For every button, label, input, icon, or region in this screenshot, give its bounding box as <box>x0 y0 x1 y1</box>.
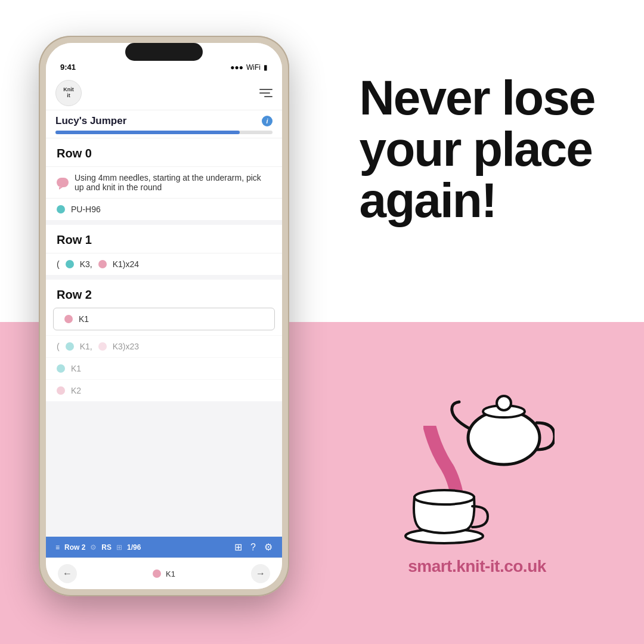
row-2-section: Row 2 K1 ( K1, K3)x23 K1 <box>46 280 282 401</box>
row-2-k3x23: K3)x23 <box>113 342 139 351</box>
headline-text: Never lose your place again! <box>360 72 595 226</box>
prev-button[interactable]: ← <box>58 564 77 583</box>
phone-notch <box>125 43 203 61</box>
menu-icon[interactable] <box>259 89 273 97</box>
row-2-k1-teal-label: K1 <box>71 364 81 373</box>
comment-bubble-icon <box>57 178 69 187</box>
row-1-section: Row 1 ( K3, K1)x24 <box>46 225 282 275</box>
nav-bottom: ← K1 → <box>46 558 282 589</box>
row-2-k1-highlighted[interactable]: K1 <box>53 308 275 330</box>
status-bottom-bar: ≡ Row 2 ⚙ RS ⊞ 1/96 ⊞ ? ⚙ <box>46 537 282 558</box>
phone-mockup: 9:41 ●●● WiFi ▮ Knitit Lucy's <box>39 36 289 596</box>
row-0-pu-label: PU-H96 <box>71 205 101 214</box>
row-2-paren: ( <box>57 342 60 351</box>
app-logo[interactable]: Knitit <box>55 80 82 106</box>
row-1-k3: K3, <box>80 259 92 269</box>
prev-arrow-icon: ← <box>63 568 72 579</box>
scroll-content[interactable]: Row 0 Using 4mm needles, starting at the… <box>46 138 282 537</box>
headline-area: Never lose your place again! <box>310 0 644 298</box>
row-2-k2-label: K2 <box>71 386 81 395</box>
help-icon[interactable]: ? <box>250 542 256 553</box>
row-2-pattern-dimmed: ( K1, K3)x23 <box>46 335 282 357</box>
teapot-illustration <box>388 390 566 545</box>
nav-current-label: K1 <box>166 569 175 578</box>
row-1-header: Row 1 <box>46 225 282 253</box>
teal-dot-k3-icon <box>66 260 74 268</box>
phone-outer: 9:41 ●●● WiFi ▮ Knitit Lucy's <box>39 36 289 596</box>
site-url: smart.knit-it.co.uk <box>408 557 546 576</box>
nav-center: K1 <box>153 569 175 578</box>
row-2-k2: K2 <box>46 379 282 401</box>
cup-svg <box>400 462 495 545</box>
next-arrow-icon: → <box>256 568 265 579</box>
phone-screen: 9:41 ●●● WiFi ▮ Knitit Lucy's <box>46 43 282 589</box>
row-0-pu: PU-H96 <box>46 198 282 220</box>
right-bottom-area: smart.knit-it.co.uk <box>310 322 644 644</box>
project-title[interactable]: Lucy's Jumper <box>55 115 126 127</box>
svg-point-2 <box>497 396 511 410</box>
bar-row-label: Row 2 <box>64 543 85 552</box>
row-1-pattern: ( K3, K1)x24 <box>46 253 282 275</box>
row-1-k1x24: K1)x24 <box>113 259 139 269</box>
pink-dot-k1-icon <box>98 260 107 268</box>
teal-dot-icon <box>57 205 65 213</box>
nav-dot-icon <box>153 569 161 578</box>
row-0-instruction: Using 4mm needles, starting at the under… <box>75 173 271 192</box>
row-0-section: Row 0 Using 4mm needles, starting at the… <box>46 138 282 220</box>
settings-icon[interactable]: ⚙ <box>264 541 273 553</box>
project-title-row: Lucy's Jumper i <box>55 115 273 127</box>
bar-right-icons: ⊞ ? ⚙ <box>234 541 273 553</box>
row-2-k1-teal: K1 <box>46 357 282 379</box>
pink-light-dot-icon <box>98 342 107 351</box>
next-button[interactable]: → <box>251 564 270 583</box>
svg-point-4 <box>414 490 474 504</box>
row-0-header: Row 0 <box>46 138 282 166</box>
teal-dot2-icon <box>66 342 74 351</box>
app-header: Knitit <box>46 75 282 110</box>
row-2-k1-label: K1 <box>79 314 89 324</box>
bar-sep2: ⊞ <box>116 543 122 552</box>
battery-icon: ▮ <box>264 63 268 72</box>
pink-dot-icon <box>64 315 73 323</box>
signal-icon: ●●● <box>230 63 243 72</box>
bar-count: 1/96 <box>127 543 141 552</box>
progress-fill <box>55 131 240 134</box>
status-icons: ●●● WiFi ▮ <box>230 63 268 72</box>
grid-icon[interactable]: ⊞ <box>234 541 242 553</box>
bar-sep1: ⚙ <box>90 543 97 552</box>
teal-dot3-icon <box>57 364 65 373</box>
row-2-k1: K1, <box>80 342 92 351</box>
progress-bar <box>55 131 273 134</box>
info-icon[interactable]: i <box>262 116 273 126</box>
pink-dot2-icon <box>57 386 65 395</box>
project-bar: Lucy's Jumper i <box>46 110 282 138</box>
row-2-header: Row 2 <box>46 280 282 308</box>
wifi-icon: WiFi <box>246 63 261 72</box>
list-icon: ≡ <box>55 543 60 552</box>
row-1-open-paren: ( <box>57 259 60 269</box>
status-time: 9:41 <box>60 63 76 72</box>
row-0-comment: Using 4mm needles, starting at the under… <box>46 166 282 198</box>
bar-side-label: RS <box>101 543 112 552</box>
